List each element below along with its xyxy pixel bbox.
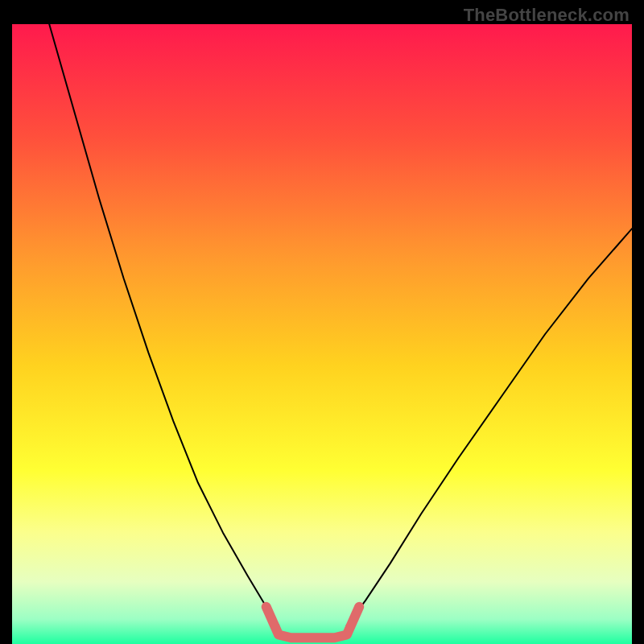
chart-frame (12, 24, 632, 644)
bottleneck-chart (12, 24, 632, 644)
chart-background (12, 24, 632, 644)
watermark-text: TheBottleneck.com (464, 5, 630, 26)
